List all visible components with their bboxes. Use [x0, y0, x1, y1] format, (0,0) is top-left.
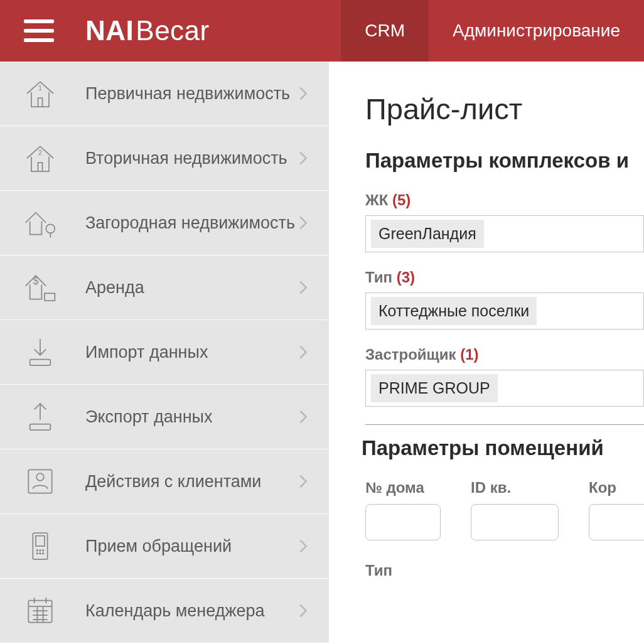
sidebar-item-label: Действия с клиентами [85, 472, 299, 491]
svg-point-12 [39, 549, 41, 552]
param-type: Тип [365, 562, 644, 579]
svg-point-14 [36, 552, 39, 555]
upload-icon [23, 399, 58, 434]
sidebar-item-client-actions[interactable]: Действия с клиентами [0, 449, 329, 514]
filter-developer-label: Застройщик (1) [365, 346, 644, 363]
sidebar-item-label: Прием обращений [85, 537, 299, 556]
filter-zk-input[interactable]: GreenЛандия [365, 215, 644, 252]
params-row: № дома ID кв. Кор [365, 479, 644, 540]
sidebar-item-primary-realty[interactable]: 1 Первичная недвижимость [0, 62, 329, 126]
chevron-right-icon [299, 603, 308, 618]
logo-bold: NAI [85, 15, 134, 46]
svg-point-11 [36, 549, 39, 552]
param-apt-id-input[interactable] [471, 504, 559, 540]
chevron-right-icon [299, 539, 308, 554]
svg-text:2: 2 [38, 148, 42, 156]
house-2-icon: 2 [23, 141, 58, 176]
param-korp-input[interactable] [589, 504, 644, 540]
svg-rect-6 [30, 424, 51, 430]
sidebar-item-label: Экспорт данных [85, 407, 299, 427]
logo-thin: Becar [136, 15, 209, 46]
sidebar-item-import[interactable]: Импорт данных [0, 320, 329, 385]
param-apt-id: ID кв. [471, 479, 559, 540]
house-1-icon: 1 [23, 76, 58, 111]
top-nav: CRM Администрирование [341, 0, 644, 62]
filter-type-label: Тип (3) [365, 269, 644, 286]
svg-rect-10 [36, 536, 45, 546]
svg-rect-5 [30, 360, 51, 365]
menu-icon[interactable] [24, 19, 54, 42]
chevron-right-icon [299, 151, 308, 166]
svg-rect-4 [45, 293, 55, 301]
filter-developer-input[interactable]: PRIME GROUP [365, 370, 644, 407]
filter-tag[interactable]: Коттеджные поселки [371, 297, 537, 325]
chevron-right-icon [299, 215, 308, 230]
sidebar-item-label: Календарь менеджера [85, 601, 299, 621]
filter-zk-label: ЖК (5) [365, 191, 644, 209]
filter-zk: ЖК (5) GreenЛандия [365, 191, 644, 252]
sidebar-item-manager-calendar[interactable]: Календарь менеджера [0, 579, 329, 643]
svg-point-8 [36, 473, 44, 481]
param-house-no: № дома [365, 479, 441, 540]
chevron-right-icon [299, 280, 308, 295]
svg-point-2 [46, 224, 55, 233]
sidebar-item-suburban-realty[interactable]: Загородная недвижимость [0, 191, 329, 255]
house-tree-icon [23, 205, 58, 240]
param-apt-id-label: ID кв. [471, 479, 559, 496]
param-korp-label: Кор [589, 479, 644, 496]
svg-point-13 [42, 549, 45, 552]
sidebar-item-secondary-realty[interactable]: 2 Вторичная недвижимость [0, 126, 329, 191]
chevron-right-icon [299, 345, 308, 360]
page-title: Прайс-лист [365, 92, 644, 126]
chevron-right-icon [299, 86, 308, 101]
phone-icon [23, 529, 58, 564]
download-icon [23, 335, 58, 370]
svg-text:1: 1 [38, 83, 42, 92]
main-content: Прайс-лист Параметры комплексов и ЖК (5)… [329, 62, 644, 579]
sidebar-item-label: Загородная недвижимость [85, 213, 299, 233]
sidebar-item-rent[interactable]: $ Аренда [0, 255, 329, 320]
house-money-icon: $ [23, 270, 58, 305]
sidebar-item-inquiries[interactable]: Прием обращений [0, 514, 329, 579]
sidebar-item-label: Аренда [85, 278, 299, 298]
calendar-icon [23, 593, 58, 628]
sidebar-item-label: Вторичная недвижимость [85, 149, 299, 168]
chevron-right-icon [299, 409, 308, 424]
section-rooms-title: Параметры помещений [362, 436, 644, 460]
svg-point-15 [39, 552, 41, 555]
param-type-label: Тип [365, 562, 392, 579]
sidebar-item-export[interactable]: Экспорт данных [0, 385, 329, 449]
filter-tag[interactable]: GreenЛандия [371, 220, 484, 248]
contact-card-icon [23, 464, 58, 499]
param-house-no-input[interactable] [365, 504, 441, 540]
logo[interactable]: NAIBecar [85, 15, 210, 46]
chevron-right-icon [299, 474, 308, 489]
sidebar: 1 Первичная недвижимость 2 Вторичная нед… [0, 62, 329, 643]
svg-text:$: $ [33, 275, 38, 286]
section-complexes-title: Параметры комплексов и [365, 149, 644, 173]
param-house-no-label: № дома [365, 479, 441, 496]
sidebar-item-label: Первичная недвижимость [85, 84, 299, 104]
svg-point-16 [42, 552, 45, 555]
nav-crm[interactable]: CRM [341, 0, 429, 62]
sidebar-item-label: Импорт данных [85, 343, 299, 362]
nav-admin[interactable]: Администрирование [429, 0, 644, 62]
filter-developer: Застройщик (1) PRIME GROUP [365, 346, 644, 407]
filter-type-input[interactable]: Коттеджные поселки [365, 292, 644, 330]
filter-tag[interactable]: PRIME GROUP [371, 374, 498, 402]
filter-type: Тип (3) Коттеджные поселки [365, 269, 644, 330]
header: NAIBecar CRM Администрирование [0, 0, 644, 62]
section-divider [365, 424, 644, 425]
param-korp: Кор [589, 479, 644, 540]
